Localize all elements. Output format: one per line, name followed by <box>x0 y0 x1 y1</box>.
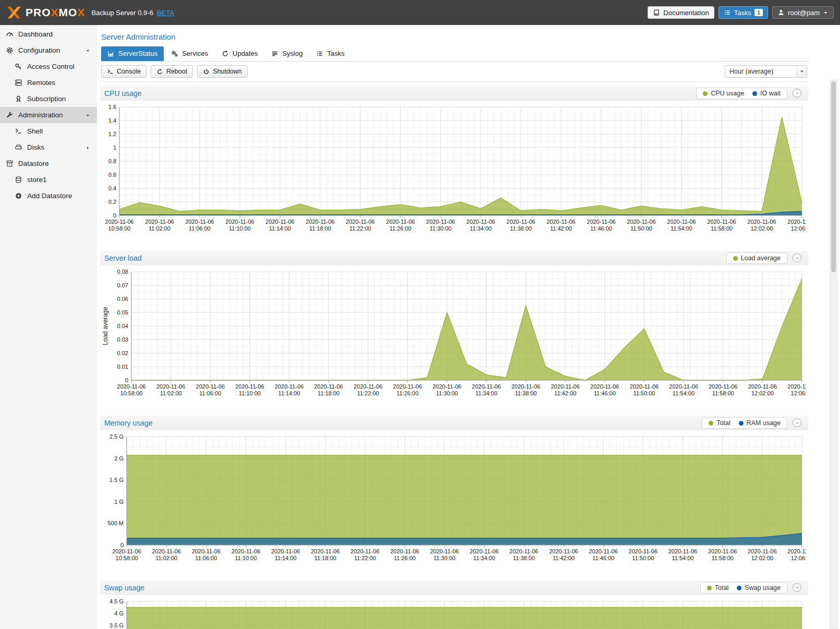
svg-text:2020-11-06: 2020-11-06 <box>386 219 415 225</box>
sidebar-item-label: Shell <box>27 127 43 135</box>
panel-header: Memory usageTotalRAM usage <box>100 416 808 430</box>
reboot-button[interactable]: Reboot <box>151 65 193 78</box>
sidebar-item-dashboard[interactable]: Dashboard <box>0 26 97 42</box>
legend-dot <box>707 586 712 590</box>
tasks-icon <box>724 9 731 16</box>
power-icon <box>203 68 210 75</box>
sidebar-item-datastore[interactable]: Datastore <box>0 155 97 172</box>
svg-text:2020-11-06: 2020-11-06 <box>470 548 498 554</box>
sidebar-item-label: Access Control <box>27 63 75 70</box>
svg-text:11:14:00: 11:14:00 <box>278 390 300 396</box>
tab-services[interactable]: Services <box>165 46 214 61</box>
caret-right-icon <box>85 145 91 151</box>
collapse-panel-button[interactable] <box>793 253 801 262</box>
svg-text:0: 0 <box>120 542 124 548</box>
svg-text:0.04: 0.04 <box>117 323 128 329</box>
svg-text:12:06:00: 12:06:00 <box>791 390 806 396</box>
sidebar-item-shell[interactable]: Shell <box>0 123 97 139</box>
memory-usage-chart: 0500 M1 G1.5 G2 G2.5 G2020-11-0610:58:00… <box>101 431 806 564</box>
svg-text:2020-11-06: 2020-11-06 <box>787 548 806 554</box>
svg-text:2020-11-06: 2020-11-06 <box>669 383 698 390</box>
panel-title: Memory usage <box>104 419 153 427</box>
legend-label: IO wait <box>760 90 781 97</box>
proxmox-logo-icon <box>6 6 22 19</box>
documentation-button[interactable]: Documentation <box>648 6 714 19</box>
scrollbar[interactable] <box>830 80 837 629</box>
console-button[interactable]: Console <box>101 65 147 78</box>
beta-link[interactable]: BETA <box>157 9 174 17</box>
svg-text:11:14:00: 11:14:00 <box>275 555 297 561</box>
svg-text:2020-11-06: 2020-11-06 <box>629 548 658 554</box>
book-icon <box>653 9 660 16</box>
timeframe-select[interactable]: Hour (average) <box>725 65 807 78</box>
caret-down-icon <box>85 46 91 54</box>
sidebar-item-subscription[interactable]: Subscription <box>0 91 97 107</box>
svg-text:12:02:00: 12:02:00 <box>751 555 773 561</box>
collapse-panel-button[interactable] <box>793 583 801 592</box>
svg-text:2020-11-06: 2020-11-06 <box>426 219 455 225</box>
scrollbar-thumb[interactable] <box>831 81 836 272</box>
user-icon <box>777 9 785 16</box>
svg-text:0.07: 0.07 <box>117 282 128 288</box>
svg-text:0.01: 0.01 <box>117 364 128 370</box>
chart-body: 00.010.020.030.040.050.060.070.082020-11… <box>100 265 808 401</box>
svg-text:11:18:00: 11:18:00 <box>318 390 339 396</box>
svg-text:11:18:00: 11:18:00 <box>309 225 331 232</box>
minus-icon <box>794 255 800 261</box>
tasks-button[interactable]: Tasks 1 <box>719 6 768 19</box>
sidebar-item-administration[interactable]: Administration <box>0 107 97 123</box>
legend-label: Swap usage <box>745 584 781 591</box>
legend-label: RAM usage <box>747 419 781 427</box>
svg-text:2020-11-06: 2020-11-06 <box>466 219 495 225</box>
svg-text:2020-11-06: 2020-11-06 <box>668 548 697 554</box>
archive-icon <box>6 160 14 167</box>
sidebar-item-disks[interactable]: Disks <box>0 139 97 155</box>
chart-legend: TotalRAM usage <box>702 417 787 429</box>
combo-trigger[interactable] <box>796 66 807 77</box>
sidebar-item-access-control[interactable]: Access Control <box>0 58 97 75</box>
svg-text:11:58:00: 11:58:00 <box>711 225 733 232</box>
legend-label: Total <box>716 419 730 427</box>
tab-serverstatus[interactable]: ServerStatus <box>101 46 164 61</box>
svg-text:11:46:00: 11:46:00 <box>592 555 614 561</box>
documentation-label: Documentation <box>663 9 709 17</box>
collapse-panel-button[interactable] <box>793 89 801 98</box>
shutdown-button[interactable]: Shutdown <box>197 65 248 78</box>
sidebar-item-add-datastore[interactable]: Add Datastore <box>0 188 97 204</box>
svg-text:2020-11-06: 2020-11-06 <box>393 383 422 390</box>
svg-text:500 M: 500 M <box>107 520 124 526</box>
sidebar-item-store1[interactable]: store1 <box>0 172 97 188</box>
tasks-icon <box>316 50 323 57</box>
svg-text:0.02: 0.02 <box>117 350 128 356</box>
header: PROXMOX Backup Server 0.9-6 BETA Documen… <box>0 0 840 25</box>
svg-text:2020-11-06: 2020-11-06 <box>787 219 806 225</box>
tab-syslog[interactable]: Syslog <box>265 46 309 61</box>
tab-updates[interactable]: Updates <box>215 46 264 61</box>
panel-title: Server load <box>104 254 142 262</box>
svg-text:4 G: 4 G <box>114 610 124 616</box>
svg-text:10:58:00: 10:58:00 <box>108 225 131 232</box>
sidebar-item-label: store1 <box>27 176 47 184</box>
user-icon <box>777 9 785 16</box>
user-menu-button[interactable]: root@pam <box>772 6 834 19</box>
gear-icon <box>6 46 14 54</box>
app: PROXMOX Backup Server 0.9-6 BETA Documen… <box>0 0 840 629</box>
svg-text:0.05: 0.05 <box>117 309 128 316</box>
console-icon <box>107 68 114 75</box>
tab-tasks[interactable]: Tasks <box>310 46 350 61</box>
svg-text:2020-11-06: 2020-11-06 <box>512 383 540 390</box>
gauge-icon <box>6 30 14 38</box>
svg-text:11:38:00: 11:38:00 <box>515 390 537 396</box>
refresh-icon <box>222 50 229 57</box>
collapse-panel-button[interactable] <box>793 418 801 427</box>
svg-text:2020-11-06: 2020-11-06 <box>232 548 260 554</box>
sidebar-item-configuration[interactable]: Configuration <box>0 42 97 58</box>
console-icon <box>107 68 114 75</box>
svg-text:0.6: 0.6 <box>108 172 116 178</box>
svg-text:11:58:00: 11:58:00 <box>712 555 734 561</box>
svg-text:11:26:00: 11:26:00 <box>389 225 411 232</box>
sidebar-item-remotes[interactable]: Remotes <box>0 75 97 91</box>
gears-icon <box>171 50 178 57</box>
svg-text:10:58:00: 10:58:00 <box>116 555 138 561</box>
svg-text:11:06:00: 11:06:00 <box>199 390 221 396</box>
